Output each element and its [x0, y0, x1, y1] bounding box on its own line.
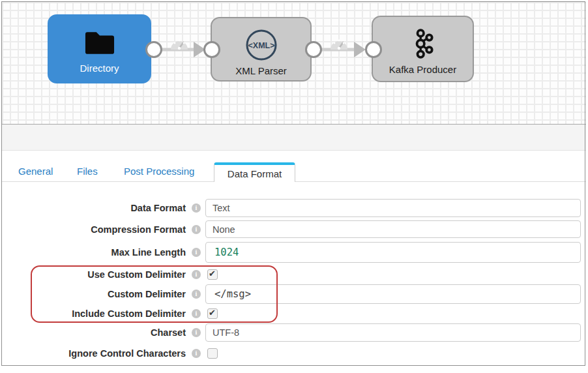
include-custom-delimiter-checkbox[interactable] [207, 308, 218, 319]
use-custom-delimiter-checkbox[interactable] [207, 269, 218, 280]
pipeline-canvas[interactable]: Directory <XML> XML Parser [2, 2, 586, 124]
field-row-include-custom-delimiter: Include Custom Delimiter [0, 308, 588, 319]
tab-post-processing[interactable]: Post Processing [124, 166, 194, 177]
ignore-control-characters-checkbox[interactable] [207, 348, 218, 359]
tab-files[interactable]: Files [77, 166, 98, 177]
stage-xml-parser[interactable]: <XML> XML Parser [211, 17, 312, 82]
output-port[interactable] [305, 41, 322, 58]
info-icon[interactable] [192, 328, 201, 337]
streamsets-pipeline-window: Directory <XML> XML Parser [0, 0, 588, 373]
input-port[interactable] [203, 41, 220, 58]
stage-label: XML Parser [235, 65, 287, 76]
field-row-compression-format: Compression Format None [0, 220, 588, 238]
field-row-ignore-control-characters: Ignore Control Characters [0, 348, 588, 359]
field-row-max-line-length: Max Line Length 1024 [0, 242, 588, 263]
xml-icon: <XML> [244, 27, 278, 63]
field-label: Charset [0, 323, 186, 342]
tab-data-format[interactable]: Data Format [214, 162, 295, 182]
metrics-gauge-icon [171, 40, 188, 50]
info-icon[interactable] [192, 248, 201, 257]
svg-text:<XML>: <XML> [248, 41, 274, 50]
kafka-icon [412, 26, 434, 61]
field-label: Ignore Control Characters [0, 348, 186, 359]
data-format-select[interactable]: Text [205, 199, 581, 217]
field-row-custom-delimiter: Custom Delimiter </msg> [0, 284, 588, 304]
field-label: Custom Delimiter [0, 284, 186, 304]
stage-kafka-producer[interactable]: Kafka Producer [372, 16, 474, 82]
tab-general[interactable]: General [18, 166, 53, 177]
info-icon[interactable] [192, 349, 201, 358]
panel-header-strip [2, 124, 586, 151]
info-icon[interactable] [192, 203, 201, 213]
info-icon[interactable] [192, 225, 201, 234]
info-icon[interactable] [192, 309, 201, 318]
max-line-length-input[interactable]: 1024 [205, 242, 581, 263]
field-row-use-custom-delimiter: Use Custom Delimiter [0, 269, 588, 280]
info-icon[interactable] [192, 290, 201, 299]
stage-directory[interactable]: Directory [48, 14, 151, 83]
charset-select[interactable]: UTF-8 [205, 323, 581, 342]
stage-label: Kafka Producer [389, 64, 456, 75]
connector-arrow-icon [354, 42, 366, 57]
field-row-charset: Charset UTF-8 [0, 323, 588, 342]
field-row-data-format: Data Format Text [0, 199, 588, 217]
tab-label: Data Format [228, 168, 282, 179]
output-port[interactable] [145, 41, 162, 58]
custom-delimiter-input[interactable]: </msg> [205, 284, 581, 304]
stage-label: Directory [80, 63, 119, 74]
folder-icon [83, 25, 117, 60]
info-icon[interactable] [192, 270, 201, 279]
input-port[interactable] [365, 41, 382, 58]
field-label: Compression Format [0, 220, 186, 238]
field-label: Use Custom Delimiter [0, 269, 186, 280]
field-label: Include Custom Delimiter [0, 308, 186, 319]
metrics-gauge-icon [331, 40, 347, 50]
field-label: Data Format [0, 199, 186, 217]
field-label: Max Line Length [0, 242, 186, 263]
compression-format-select[interactable]: None [205, 220, 581, 238]
